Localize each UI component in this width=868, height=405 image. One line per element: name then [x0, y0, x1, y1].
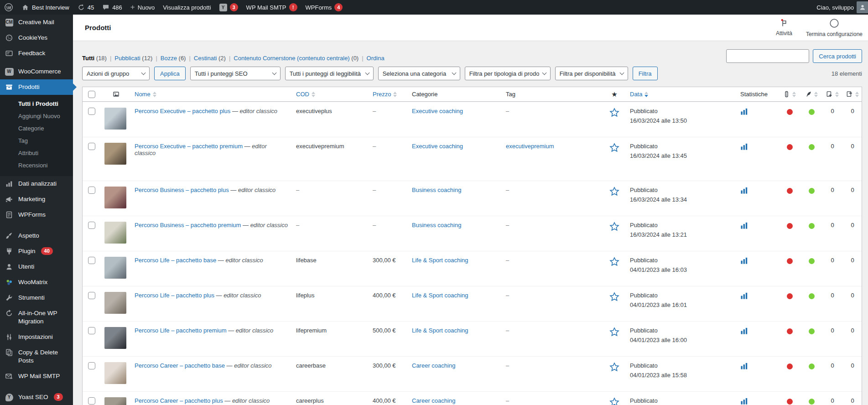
- product-thumbnail[interactable]: [104, 187, 126, 208]
- product-name-link[interactable]: Percorso Career – pacchetto plus: [135, 397, 223, 404]
- product-category-link[interactable]: Life & Sport coaching: [412, 257, 468, 264]
- product-type-select[interactable]: Filtra per tipologia di prodotto: [465, 67, 551, 80]
- sidebar-item-all-in-one-wp-migration[interactable]: All-in-One WP Migration: [0, 306, 73, 329]
- product-thumbnail[interactable]: [104, 257, 126, 279]
- product-category-link[interactable]: Executive coaching: [412, 143, 463, 150]
- search-products-button[interactable]: Cerca prodotti: [813, 49, 862, 63]
- admin-bar-updates[interactable]: 45: [73, 0, 98, 15]
- activity-button[interactable]: Attività: [776, 18, 792, 37]
- sidebar-item-yoast-seo[interactable]: Y Yoast SEO 3: [0, 389, 73, 405]
- featured-star-icon[interactable]: [609, 362, 619, 388]
- product-tag-link[interactable]: executivepremium: [506, 143, 554, 150]
- sidebar-item-utenti[interactable]: Utenti: [0, 259, 73, 275]
- admin-bar-wpforms[interactable]: WPForms 4: [301, 0, 347, 15]
- submenu-item-recensioni[interactable]: Recensioni: [0, 159, 73, 171]
- admin-bar-wp-mail-smtp[interactable]: WP Mail SMTP !: [242, 0, 301, 15]
- stats-icon[interactable]: [740, 187, 748, 194]
- product-category-link[interactable]: Life & Sport coaching: [412, 327, 468, 334]
- featured-star-icon[interactable]: [609, 257, 619, 282]
- sort-by-readability[interactable]: [805, 91, 818, 98]
- submenu-item-tag[interactable]: Tag: [0, 135, 73, 147]
- product-thumbnail[interactable]: [104, 143, 126, 165]
- row-checkbox[interactable]: [88, 327, 95, 334]
- product-name-link[interactable]: Percorso Life – pacchetto premium: [135, 327, 227, 334]
- product-thumbnail[interactable]: [104, 292, 126, 314]
- sidebar-item-wp-mail-smtp[interactable]: WP Mail SMTP: [0, 369, 73, 384]
- product-category-link[interactable]: Business coaching: [412, 222, 461, 228]
- row-checkbox[interactable]: [88, 397, 95, 405]
- product-name-link[interactable]: Percorso Life – pacchetto base: [135, 257, 216, 264]
- view-cestinati[interactable]: Cestinati (2): [194, 55, 226, 62]
- seo-scores-select[interactable]: Tutti i punteggi SEO: [190, 67, 281, 80]
- admin-bar-new[interactable]: + Nuovo: [126, 0, 159, 15]
- view-bozze[interactable]: Bozze (6): [161, 55, 186, 62]
- sort-by-seo-score[interactable]: [783, 91, 796, 98]
- product-name-link[interactable]: Percorso Business – pacchetto plus: [135, 187, 229, 193]
- product-name-link[interactable]: Percorso Career – pacchetto base: [135, 362, 225, 369]
- view-pubblicati[interactable]: Pubblicati (12): [114, 55, 152, 62]
- sort-by-name[interactable]: Nome: [135, 91, 156, 98]
- wordpress-logo[interactable]: [0, 0, 17, 15]
- product-category-link[interactable]: Executive coaching: [412, 108, 463, 114]
- row-checkbox[interactable]: [88, 187, 95, 194]
- search-input[interactable]: [726, 49, 809, 63]
- product-thumbnail[interactable]: [104, 222, 126, 244]
- admin-bar-view-products[interactable]: Visualizza prodotti: [159, 0, 215, 15]
- sort-by-outgoing-links[interactable]: [846, 91, 859, 98]
- readability-scores-select[interactable]: Tutti i punteggi di leggibilità: [285, 67, 374, 80]
- sidebar-item-woocommerce[interactable]: W WooCommerce: [0, 64, 73, 79]
- submenu-item-tutti-i-prodotti[interactable]: Tutti i Prodotti: [0, 98, 73, 110]
- filter-button[interactable]: Filtra: [633, 67, 658, 80]
- featured-star-icon[interactable]: [609, 187, 619, 212]
- submenu-item-attributi[interactable]: Attributi: [0, 147, 73, 159]
- product-name-link[interactable]: Percorso Executive – pacchetto premium: [135, 143, 243, 150]
- sidebar-item-prodotti[interactable]: Prodotti: [0, 79, 73, 95]
- stats-icon[interactable]: [740, 108, 748, 115]
- row-checkbox[interactable]: [88, 257, 95, 264]
- stats-icon[interactable]: [740, 362, 748, 370]
- row-checkbox[interactable]: [88, 108, 95, 115]
- sidebar-item-feedback[interactable]: Feedback: [0, 46, 73, 61]
- stats-icon[interactable]: [740, 327, 748, 335]
- product-thumbnail[interactable]: [104, 108, 126, 130]
- stats-icon[interactable]: [740, 257, 748, 265]
- featured-star-icon[interactable]: [609, 143, 619, 177]
- stats-icon[interactable]: [740, 292, 748, 300]
- sort-by-internal-links[interactable]: [826, 91, 839, 98]
- sidebar-item-copy-delete-posts[interactable]: Copy & Delete Posts: [0, 345, 73, 369]
- sidebar-item-woomatrix[interactable]: WooMatrix: [0, 275, 73, 290]
- product-category-link[interactable]: Business coaching: [412, 187, 461, 193]
- sidebar-item-impostazioni[interactable]: Impostazioni: [0, 329, 73, 345]
- product-category-link[interactable]: Career coaching: [412, 397, 455, 404]
- product-thumbnail[interactable]: [104, 397, 126, 405]
- stats-icon[interactable]: [740, 222, 748, 229]
- category-select[interactable]: Seleziona una categoria: [378, 67, 460, 80]
- sort-by-sku[interactable]: COD: [296, 91, 315, 98]
- featured-star-icon[interactable]: [609, 108, 619, 133]
- stock-select[interactable]: Filtra per disponibilità: [555, 67, 628, 80]
- featured-star-icon[interactable]: [609, 292, 619, 317]
- sidebar-item-wpforms[interactable]: WPForms: [0, 207, 73, 223]
- product-category-link[interactable]: Career coaching: [412, 362, 455, 369]
- admin-bar-yoast[interactable]: Y 3: [215, 0, 242, 15]
- product-name-link[interactable]: Percorso Life – pacchetto plus: [135, 292, 214, 299]
- admin-bar-account[interactable]: Ciao, sviluppo: [812, 1, 868, 13]
- product-thumbnail[interactable]: [104, 327, 126, 349]
- submenu-item-aggiungi-nuovo[interactable]: Aggiungi Nuovo: [0, 110, 73, 122]
- row-checkbox[interactable]: [88, 292, 95, 299]
- product-thumbnail[interactable]: [104, 362, 126, 384]
- row-checkbox[interactable]: [88, 143, 95, 150]
- featured-star-icon[interactable]: [609, 222, 619, 247]
- apply-button[interactable]: Applica: [154, 67, 186, 80]
- sidebar-item-aspetto[interactable]: Aspetto: [0, 228, 73, 244]
- finish-setup-button[interactable]: Termina configurazione: [806, 18, 863, 37]
- view-contenuto-cornerstone-contenuto-centrale-[interactable]: Contenuto Cornerstone (contenuto central…: [234, 55, 359, 62]
- submenu-item-categorie[interactable]: Categorie: [0, 122, 73, 135]
- sidebar-item-cookieyes[interactable]: CookieYes: [0, 30, 73, 46]
- stats-icon[interactable]: [740, 397, 748, 405]
- sidebar-item-creative-mail[interactable]: CM Creative Mail: [0, 15, 73, 30]
- featured-star-icon[interactable]: [609, 397, 619, 405]
- product-name-link[interactable]: Percorso Executive – pacchetto plus: [135, 108, 230, 114]
- sidebar-item-strumenti[interactable]: Strumenti: [0, 290, 73, 306]
- sort-by-price[interactable]: Prezzo: [373, 91, 397, 98]
